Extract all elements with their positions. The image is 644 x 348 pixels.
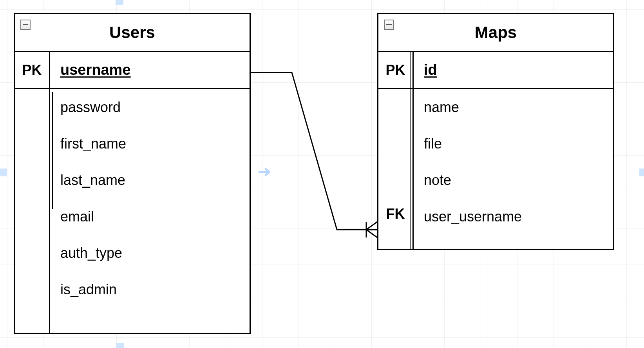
entity-maps-pk-row: PK id — [378, 52, 613, 89]
attr-row: note — [414, 162, 613, 198]
attr-row: auth_type — [50, 235, 250, 271]
entity-maps-title: Maps — [475, 23, 517, 42]
entity-users-header[interactable]: Users — [15, 14, 250, 52]
attr-row: name — [414, 89, 613, 125]
accent-mark — [116, 0, 123, 5]
divider-tick — [410, 52, 411, 249]
pk-attr: id — [414, 52, 613, 88]
attr-row: user_username — [414, 198, 613, 235]
attr-row: file — [414, 125, 613, 162]
pk-label: PK — [378, 52, 414, 88]
entity-users[interactable]: Users PK username password first_name la… — [14, 13, 251, 334]
attr-row: last_name — [50, 162, 250, 198]
arrow-right-icon — [258, 166, 273, 178]
accent-mark — [0, 169, 7, 176]
entity-maps-header[interactable]: Maps — [378, 14, 613, 52]
entity-users-attr-area: password first_name last_name email auth… — [50, 89, 250, 333]
entity-maps[interactable]: Maps PK id FK name file note user_userna… — [377, 13, 614, 250]
entity-users-key-area — [15, 89, 50, 333]
entity-users-title: Users — [109, 23, 155, 42]
pk-attr: username — [50, 52, 250, 88]
collapse-icon[interactable] — [384, 20, 394, 30]
collapse-icon[interactable] — [20, 20, 31, 30]
accent-mark — [639, 169, 644, 176]
accent-mark — [116, 343, 124, 348]
attr-row: email — [50, 198, 250, 235]
entity-maps-attr-area: name file note user_username — [414, 89, 613, 249]
attr-row: password — [50, 89, 250, 125]
divider-tick — [52, 92, 53, 209]
entity-maps-key-area: FK — [378, 89, 414, 249]
attr-row: first_name — [50, 125, 250, 162]
entity-users-pk-row: PK username — [15, 52, 250, 89]
attr-row: is_admin — [50, 271, 250, 308]
pk-label: PK — [15, 52, 50, 88]
fk-label: FK — [378, 206, 412, 222]
